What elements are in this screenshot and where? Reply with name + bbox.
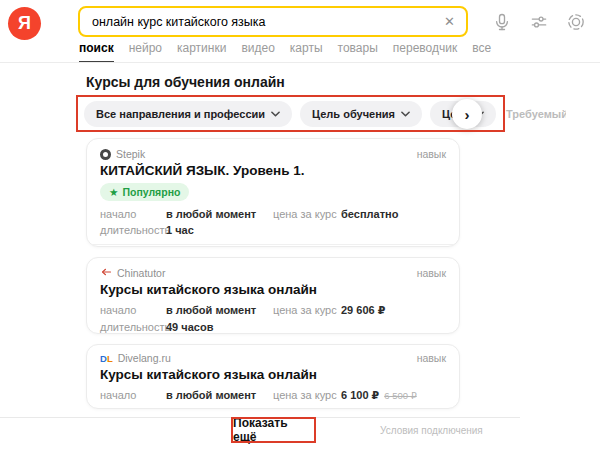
search-tabs: поиск нейро картинки видео карты товары … bbox=[79, 41, 491, 63]
price-value: бесплатно bbox=[341, 208, 446, 220]
yandex-search-page: Я ✕ поиск нейро картинки видео карты тов… bbox=[0, 0, 600, 450]
price-label: цена за курс bbox=[273, 389, 341, 401]
start-label: начало bbox=[100, 208, 166, 220]
search-bar: ✕ bbox=[78, 6, 468, 37]
card-source: Stepik bbox=[116, 148, 412, 160]
price-label: цена за курс bbox=[273, 304, 341, 316]
tab-goods[interactable]: товары bbox=[338, 41, 378, 63]
header-icons bbox=[492, 12, 586, 32]
filter-chips-row: Все направления и профессии Цель обучени… bbox=[84, 101, 566, 127]
popular-badge-label: Популярно bbox=[122, 186, 180, 198]
divelang-favicon: DL bbox=[100, 353, 113, 364]
tab-images[interactable]: картинки bbox=[177, 41, 226, 63]
chips-scroll-right-button[interactable]: › bbox=[452, 99, 482, 129]
start-label: начало bbox=[100, 389, 166, 401]
course-info-grid: начало в любой момент цена за курс беспл… bbox=[100, 208, 446, 236]
filters-tuner-icon[interactable] bbox=[529, 12, 549, 32]
show-more-button[interactable]: Показать ещё bbox=[233, 419, 314, 441]
price-label: цена за курс bbox=[273, 208, 341, 220]
star-icon: ★ bbox=[109, 186, 118, 198]
terms-link[interactable]: Условия подключения bbox=[380, 425, 483, 436]
course-card-stepik[interactable]: Stepik навык КИТАЙСКИЙ ЯЗЫК. Уровень 1. … bbox=[86, 138, 460, 247]
duration-label: длительность bbox=[100, 321, 166, 333]
filter-chip-goal[interactable]: Цель обучения bbox=[300, 101, 422, 127]
chevron-down-icon bbox=[401, 111, 410, 117]
filter-chip-label: Все направления и профессии bbox=[96, 108, 265, 120]
chevron-right-icon: › bbox=[465, 106, 470, 123]
popular-badge: ★ Популярно bbox=[100, 183, 189, 201]
tab-video[interactable]: видео bbox=[241, 41, 274, 63]
start-value: в любой момент bbox=[166, 304, 273, 316]
tab-all[interactable]: все bbox=[472, 41, 491, 63]
course-title[interactable]: КИТАЙСКИЙ ЯЗЫК. Уровень 1. bbox=[100, 163, 446, 178]
filter-chip-label: Цель обучения bbox=[312, 108, 395, 120]
tabs-separator bbox=[0, 62, 600, 63]
start-value: в любой момент bbox=[166, 208, 273, 220]
chevron-down-icon bbox=[271, 111, 280, 117]
duration-value: 1 месяц bbox=[166, 406, 273, 409]
image-search-icon[interactable] bbox=[566, 12, 586, 32]
duration-label: длительность bbox=[100, 406, 166, 409]
card-source-row: Chinatutor навык bbox=[100, 266, 446, 280]
card-source-row: DL Divelang.ru навык bbox=[100, 351, 446, 365]
course-card-divelang[interactable]: DL Divelang.ru навык Курсы китайского яз… bbox=[86, 344, 460, 409]
price-value: 29 606 ₽ bbox=[341, 304, 446, 317]
card-source-row: Stepik навык bbox=[100, 147, 446, 161]
start-label: начало bbox=[100, 304, 166, 316]
card-tag: навык bbox=[417, 148, 446, 160]
chinatutor-favicon bbox=[100, 264, 112, 282]
microphone-icon[interactable] bbox=[492, 12, 512, 32]
tab-search[interactable]: поиск bbox=[79, 41, 114, 63]
duration-value: 49 часов bbox=[166, 321, 273, 333]
old-price: 6 500 ₽ bbox=[384, 390, 416, 401]
start-value: в любой момент bbox=[166, 389, 273, 401]
tab-neuro[interactable]: нейро bbox=[129, 41, 162, 63]
card-tag: навык bbox=[417, 267, 446, 279]
duration-label: длительность bbox=[100, 224, 166, 236]
stepik-favicon bbox=[100, 149, 111, 160]
tab-translate[interactable]: переводчик bbox=[393, 41, 457, 63]
search-input[interactable] bbox=[80, 15, 433, 29]
filter-chip-required[interactable]: Требуемый bbox=[504, 101, 566, 127]
section-title: Курсы для обучения онлайн bbox=[86, 74, 285, 90]
duration-value: 1 час bbox=[166, 224, 273, 236]
card-tag: навык bbox=[417, 352, 446, 364]
yandex-logo[interactable]: Я bbox=[8, 7, 41, 40]
course-title[interactable]: Курсы китайского языка онлайн bbox=[100, 367, 446, 382]
card-source: Chinatutor bbox=[117, 267, 412, 279]
course-card-chinatutor[interactable]: Chinatutor навык Курсы китайского языка … bbox=[86, 257, 460, 334]
card-source: Divelang.ru bbox=[118, 352, 412, 364]
clear-icon[interactable]: ✕ bbox=[433, 14, 466, 29]
course-info-grid: начало в любой момент цена за курс 6 100… bbox=[100, 389, 446, 409]
course-info-grid: начало в любой момент цена за курс 29 60… bbox=[100, 304, 446, 333]
course-title[interactable]: Курсы китайского языка онлайн bbox=[100, 282, 446, 297]
card-footer: 90% рекомендуют 12 отзывов bbox=[100, 245, 446, 247]
filter-chip-directions[interactable]: Все направления и профессии bbox=[84, 101, 292, 127]
tab-maps[interactable]: карты bbox=[290, 41, 323, 63]
price-value: 6 100 ₽6 500 ₽ bbox=[341, 389, 446, 402]
